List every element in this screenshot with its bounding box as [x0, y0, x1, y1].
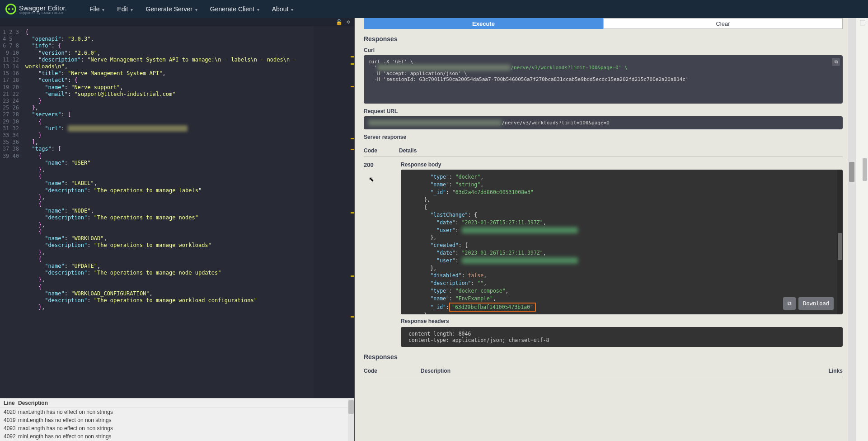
code-header: Code [364, 147, 377, 154]
errors-panel: Line Description 4020maxLength has no ef… [0, 398, 354, 441]
topbar: Swagger Editor. Supported by SMARTBEAR F… [0, 0, 868, 18]
response-pane: Execute Clear Responses Curl curl -X 'GE… [355, 18, 855, 441]
outer-scrollbar[interactable] [855, 18, 868, 441]
desc-header-2: Description [421, 368, 807, 374]
menu-edit[interactable]: Edit ▾ [117, 5, 133, 13]
copy-curl-icon[interactable]: ⧉ [832, 58, 840, 66]
menu-file[interactable]: File ▾ [89, 5, 104, 13]
logo: Swagger Editor. Supported by SMARTBEAR [5, 4, 67, 14]
server-response-label: Server response [364, 134, 843, 140]
response-body-label: Response body [401, 161, 843, 168]
error-row[interactable]: 4093maxLength has no effect on non strin… [0, 424, 354, 432]
errors-header-desc: Description [18, 400, 48, 406]
swagger-icon [5, 4, 16, 14]
error-row[interactable]: 4092minLength has no effect on non strin… [0, 432, 354, 441]
editor-pane: 🔓 ✲ 1 2 3 4 5 6 7 8 9 10 11 12 13 14 15 … [0, 18, 355, 441]
menu-about[interactable]: About ▾ [272, 5, 293, 13]
copy-response-icon[interactable]: ⧉ [783, 297, 796, 310]
error-row[interactable]: 4019minLength has no effect on non strin… [0, 416, 354, 424]
errors-scrollbar[interactable] [348, 398, 354, 441]
editor-gutter: 1 2 3 4 5 6 7 8 9 10 11 12 13 14 15 16 1… [0, 26, 23, 398]
response-headers-label: Response headers [401, 318, 843, 324]
menu-generate-server[interactable]: Generate Server ▾ [145, 5, 197, 13]
errors-header-line: Line [4, 400, 18, 406]
editor-toolbar: 🔓 ✲ [0, 18, 354, 26]
right-pane-scrollbar[interactable] [848, 18, 855, 441]
details-header: Details [399, 147, 417, 154]
menu-generate-client[interactable]: Generate Client ▾ [210, 5, 259, 13]
scroll-top-icon[interactable] [860, 20, 865, 25]
status-code: 200 [364, 161, 386, 168]
editor-minimap[interactable] [314, 26, 354, 398]
download-button[interactable]: Download [798, 297, 834, 310]
gear-icon[interactable]: ✲ [346, 19, 351, 25]
editor-code[interactable]: { "openapi": "3.0.3", "info": { "version… [23, 26, 354, 398]
lock-icon[interactable]: 🔓 [336, 19, 343, 25]
responses-heading: Responses [364, 35, 843, 43]
response-headers-box: content-length: 8046 content-type: appli… [401, 327, 843, 347]
response-body-scrollbar[interactable] [837, 170, 843, 314]
editor-markers [350, 26, 354, 398]
error-row[interactable]: 4020maxLength has no effect on non strin… [0, 408, 354, 416]
code-header-2: Code [364, 368, 377, 374]
product-subbrand: Supported by SMARTBEAR [19, 11, 67, 14]
request-url-box: xxxxxxxxxxxxxxxxxxxxxxxxxxxxxxxxxxxxxxxx… [364, 116, 843, 129]
execute-button[interactable]: Execute [364, 18, 603, 29]
responses-heading-2: Responses [364, 353, 843, 360]
code-editor[interactable]: 1 2 3 4 5 6 7 8 9 10 11 12 13 14 15 16 1… [0, 26, 354, 398]
clear-button[interactable]: Clear [603, 18, 843, 29]
curl-box: curl -X 'GET' \ 'xxxxxxxxxxxxxxxxxxxxxxx… [364, 55, 843, 104]
main-menu: File ▾Edit ▾Generate Server ▾Generate Cl… [89, 5, 293, 13]
curl-label: Curl [364, 47, 843, 53]
product-name: Swagger Editor. [19, 4, 67, 12]
links-header: Links [829, 368, 843, 374]
request-url-label: Request URL [364, 108, 843, 114]
response-body[interactable]: "type": "docker", "name": "string", "_id… [401, 170, 843, 314]
